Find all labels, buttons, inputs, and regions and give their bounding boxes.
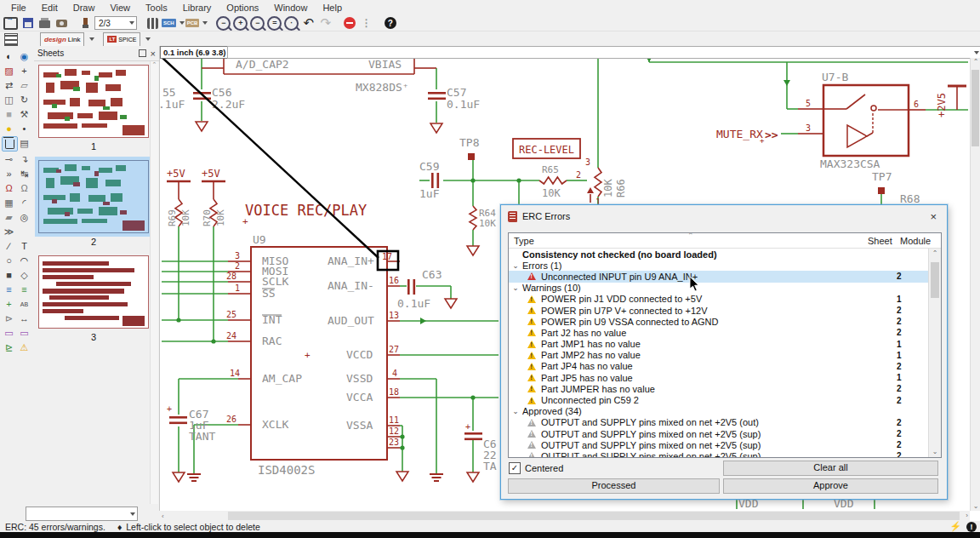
- help-button[interactable]: ?: [382, 16, 398, 30]
- menu-options[interactable]: Options: [219, 1, 266, 14]
- erc-row[interactable]: Part JP5 has no value1: [509, 372, 929, 383]
- capture-button[interactable]: [54, 16, 70, 30]
- stop-erc-button[interactable]: [341, 16, 357, 30]
- tool-layer-blue-icon[interactable]: ≡: [2, 283, 16, 296]
- tool-place-pin-icon[interactable]: ⊸: [2, 152, 16, 166]
- tool-copy-icon[interactable]: ▱: [17, 78, 31, 92]
- spice-link-button[interactable]: LTSPICE: [103, 32, 140, 47]
- chevron-down-icon[interactable]: ⌄: [509, 283, 522, 292]
- sheet-thumbnail-2[interactable]: [38, 160, 149, 233]
- pcb-link-button[interactable]: PCB: [185, 16, 208, 30]
- erc-row[interactable]: OUTPUT and SUPPLY pins mixed on net +2V5…: [509, 439, 929, 450]
- tool-value-r2-icon[interactable]: Ω: [17, 181, 31, 195]
- tool-gate-icon[interactable]: ⊳: [2, 312, 16, 325]
- tool-wire-arrows-icon[interactable]: »: [2, 167, 16, 180]
- tool-arc-corner-icon[interactable]: ◜: [17, 196, 31, 209]
- erc-row[interactable]: POWER pin U7P V+ connected to +12V2: [509, 305, 929, 316]
- redo-button[interactable]: ↷: [317, 16, 333, 30]
- zoom-mode-button[interactable]: −: [215, 16, 231, 30]
- tool-center-icon[interactable]: ◎: [17, 210, 31, 224]
- erc-row[interactable]: Part J2 has no value2: [509, 327, 929, 338]
- tool-line-icon[interactable]: ∕: [2, 239, 16, 253]
- tool-shape-icon[interactable]: ▰: [2, 210, 16, 224]
- tool-delete-icon[interactable]: [2, 136, 18, 152]
- tool-forward-icon[interactable]: ≫: [2, 225, 16, 238]
- clear-all-button[interactable]: Clear all: [723, 461, 938, 476]
- overflow-button[interactable]: ⋮: [358, 16, 374, 30]
- tool-net-swap-icon[interactable]: ↹: [17, 167, 31, 180]
- erc-list-scrollbar[interactable]: ⌃⌄: [928, 249, 941, 457]
- sheet-thumbnail-3[interactable]: [38, 255, 149, 329]
- chevron-down-icon[interactable]: ⌄: [509, 261, 522, 270]
- tool-origin-icon[interactable]: +: [17, 64, 31, 77]
- erc-row[interactable]: Unconnected INPUT pin U9 ANA_IN+2: [509, 271, 929, 282]
- menu-library[interactable]: Library: [175, 1, 219, 14]
- tool-layer-green-icon[interactable]: ≡: [17, 283, 31, 296]
- open-button[interactable]: [3, 16, 19, 30]
- tool-mirror-icon[interactable]: ◫: [2, 93, 16, 106]
- erc-row[interactable]: Unconnected pin C59 22: [509, 394, 929, 405]
- tool-blank-icon[interactable]: [17, 225, 31, 238]
- horizontal-scrollbar[interactable]: ‹›: [159, 511, 970, 521]
- sheets-scrollbar[interactable]: ⌃: [150, 61, 158, 504]
- zoom-out-button[interactable]: −: [249, 16, 265, 30]
- erc-row[interactable]: POWER pin U9 VSSA connected to AGND2: [509, 316, 929, 327]
- tool-value-r-icon[interactable]: Ω: [2, 181, 16, 195]
- tool-component-icon[interactable]: ▤: [17, 136, 31, 150]
- centered-checkbox[interactable]: ✓ Centered: [509, 462, 563, 474]
- menu-view[interactable]: View: [102, 1, 138, 14]
- tool-polygon-icon[interactable]: ◇: [17, 268, 31, 282]
- tool-setup-icon[interactable]: ⚒: [17, 107, 31, 121]
- marker-button[interactable]: [77, 16, 94, 30]
- close-icon[interactable]: ×: [151, 49, 156, 59]
- tool-gate-check-icon[interactable]: ⊵: [2, 341, 16, 354]
- design-link-dropdown[interactable]: [85, 32, 95, 46]
- vertical-scrollbar[interactable]: ⌃⌄: [970, 58, 980, 511]
- tool-warnings-icon[interactable]: ⚠: [17, 341, 31, 354]
- close-icon[interactable]: ×: [926, 210, 940, 223]
- tool-ruler-icon[interactable]: ↔: [17, 312, 31, 325]
- tool-pattern-icon[interactable]: ▦: [2, 196, 16, 209]
- tool-rotate-icon[interactable]: ↻: [17, 93, 31, 106]
- schematic-link-button[interactable]: SCH: [162, 16, 185, 30]
- erc-row[interactable]: POWER pin J1 VDD connected to +5V1: [509, 294, 929, 305]
- tool-layers-icon[interactable]: ▨: [2, 64, 16, 77]
- sheet-thumbnail-1[interactable]: [38, 65, 149, 138]
- tool-fill-icon[interactable]: ■: [2, 107, 16, 121]
- save-button[interactable]: [20, 16, 36, 30]
- erc-row[interactable]: ⌄Warnings (10): [509, 283, 929, 294]
- processed-button[interactable]: Processed: [508, 478, 720, 494]
- zoom-in-button[interactable]: +: [232, 16, 248, 30]
- erc-row[interactable]: Part JMP2 has no value1: [509, 350, 929, 361]
- erc-row[interactable]: OUTPUT and SUPPLY pins mixed on net +2V5…: [509, 428, 929, 439]
- approve-button[interactable]: Approve: [723, 478, 938, 494]
- erc-row[interactable]: OUTPUT and SUPPLY pins mixed on net +2V5…: [509, 450, 929, 457]
- erc-dialog-titlebar[interactable]: ERC Errors ×: [501, 205, 947, 227]
- chevron-down-icon[interactable]: ⌄: [509, 407, 522, 415]
- menu-draw[interactable]: Draw: [66, 1, 103, 14]
- erc-row[interactable]: OUTPUT and SUPPLY pins mixed on net +2V5…: [509, 417, 929, 428]
- menu-help[interactable]: Help: [315, 1, 350, 14]
- tool-bus-icon[interactable]: ↴: [17, 152, 31, 166]
- column-module[interactable]: Module: [900, 236, 941, 246]
- menu-edit[interactable]: Edit: [34, 1, 66, 14]
- tool-point-icon[interactable]: +: [2, 297, 16, 311]
- sheet-selector[interactable]: 2/3: [94, 16, 137, 30]
- tool-preview-icon[interactable]: ◉: [17, 49, 31, 63]
- tool-highlight-icon[interactable]: ●: [2, 122, 16, 135]
- print-button[interactable]: [37, 16, 53, 30]
- tool-marking-icon[interactable]: AB: [17, 297, 31, 311]
- tool-arc-icon[interactable]: ◠: [17, 254, 31, 267]
- tool-dot-icon[interactable]: •: [17, 122, 31, 135]
- menu-tools[interactable]: Tools: [138, 1, 175, 14]
- tool-object-info-icon[interactable]: ◐: [2, 49, 16, 63]
- erc-row[interactable]: ⌄Approved (34): [509, 406, 929, 417]
- zoom-area-button[interactable]: ·: [283, 16, 299, 30]
- net-search-combo[interactable]: [227, 46, 980, 59]
- tool-part-a-icon[interactable]: ▭: [2, 326, 16, 340]
- notification-icon[interactable]: !: [966, 522, 977, 532]
- zoom-fit-button[interactable]: =: [266, 16, 282, 30]
- tool-move-icon[interactable]: ⇄: [2, 78, 16, 92]
- spice-link-dropdown[interactable]: [141, 32, 151, 46]
- tool-rectangle-icon[interactable]: ■: [2, 268, 16, 282]
